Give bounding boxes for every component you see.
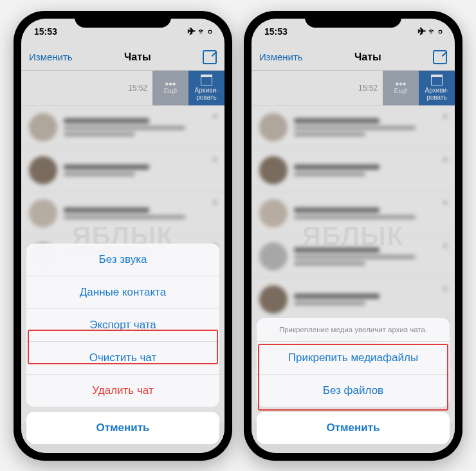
notch <box>75 11 171 28</box>
action-sheet: Прикрепление медиа увеличит архив чата. … <box>257 318 450 407</box>
phone-right: 15:53 ✈ ᯤ ▢ Изменить Чаты 15:52 ••• Ещё … <box>244 11 462 461</box>
sheet-item-delete-chat[interactable]: Удалить чат <box>26 375 219 407</box>
sheet-header: Прикрепление медиа увеличит архив чата. <box>257 318 450 342</box>
sheet-item-clear-chat[interactable]: Очистить чат <box>26 342 219 375</box>
action-sheet: Без звука Данные контакта Экспорт чата О… <box>26 244 219 407</box>
sheet-cancel-button[interactable]: Отменить <box>26 412 219 444</box>
sheet-cancel-button[interactable]: Отменить <box>257 412 450 444</box>
sheet-item-attach-media[interactable]: Прикрепить медиафайлы <box>257 342 450 375</box>
action-sheet-overlay: Прикрепление медиа увеличит архив чата. … <box>252 19 455 453</box>
sheet-item-contact-info[interactable]: Данные контакта <box>26 276 219 309</box>
sheet-item-without-media[interactable]: Без файлов <box>257 375 450 407</box>
action-sheet-overlay: Без звука Данные контакта Экспорт чата О… <box>21 19 224 453</box>
sheet-item-export-chat[interactable]: Экспорт чата <box>26 309 219 342</box>
sheet-item-mute[interactable]: Без звука <box>26 244 219 276</box>
phone-left: 15:53 ✈ ᯤ ▢ Изменить Чаты 15:52 ••• Ещё … <box>14 11 232 461</box>
notch <box>305 11 401 28</box>
